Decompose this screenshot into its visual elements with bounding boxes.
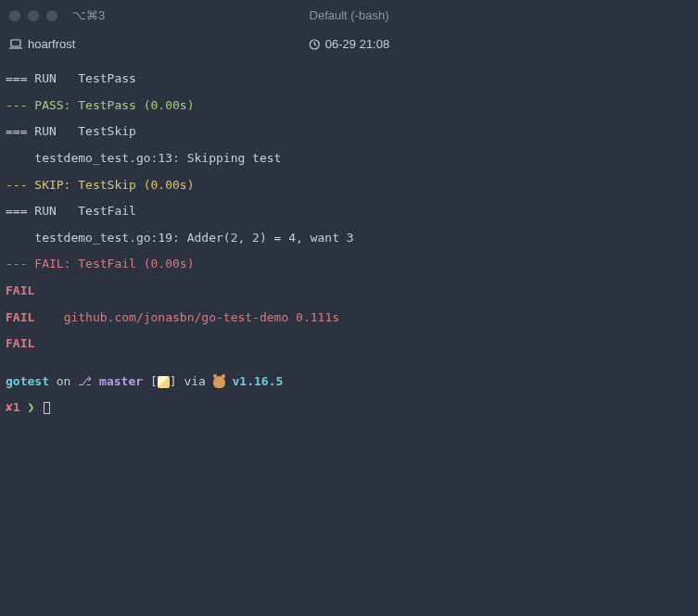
clock-section: 06-29 21:08 bbox=[309, 38, 389, 51]
prompt-dir: gotest bbox=[6, 374, 49, 388]
fail-package-line: FAIL github.com/jonasbn/go-test-demo 0.1… bbox=[6, 311, 692, 324]
fail-label: FAIL bbox=[6, 310, 64, 324]
terminal-output[interactable]: === RUN TestPass --- PASS: TestPass (0.0… bbox=[0, 57, 698, 434]
test-run-line: === RUN TestSkip bbox=[6, 125, 692, 138]
bracket-close: ] bbox=[170, 374, 177, 388]
fail-summary-line: FAIL bbox=[6, 337, 692, 350]
svg-line-4 bbox=[314, 44, 316, 45]
prompt-line-2: ✘1 ❯ bbox=[6, 401, 692, 414]
statusbar: hoarfrost 06-29 21:08 bbox=[0, 31, 698, 57]
titlebar: ⌥⌘3 Default (-bash) bbox=[0, 0, 698, 31]
test-run-line: === RUN TestFail bbox=[6, 205, 692, 218]
go-version: v1.16.5 bbox=[225, 374, 284, 388]
cursor[interactable] bbox=[44, 402, 50, 414]
test-log-line: testdemo_test.go:19: Adder(2, 2) = 4, wa… bbox=[6, 232, 692, 245]
minimize-traffic-light[interactable] bbox=[28, 10, 39, 21]
git-branch-icon: ⎇ bbox=[78, 374, 92, 388]
traffic-lights bbox=[9, 10, 57, 21]
test-skip-line: --- SKIP: TestSkip (0.00s) bbox=[6, 179, 692, 192]
tab-shortcut-label: ⌥⌘3 bbox=[72, 9, 105, 22]
svg-rect-0 bbox=[11, 40, 20, 46]
host-section: hoarfrost bbox=[9, 38, 75, 51]
prompt-via: via bbox=[177, 374, 213, 388]
prompt-arrow: ❯ bbox=[20, 400, 35, 414]
memo-emoji-icon bbox=[158, 376, 170, 388]
window-title: Default (-bash) bbox=[310, 9, 389, 22]
prompt-on: on bbox=[49, 374, 78, 388]
test-run-line: === RUN TestPass bbox=[6, 72, 692, 85]
exit-status: ✘1 bbox=[6, 400, 20, 414]
test-fail-line: --- FAIL: TestFail (0.00s) bbox=[6, 258, 692, 270]
prompt-branch: master bbox=[99, 374, 143, 388]
laptop-icon bbox=[9, 39, 22, 50]
prompt-line-1: gotest on ⎇ master [] via v1.16.5 bbox=[6, 375, 692, 388]
test-log-line: testdemo_test.go:13: Skipping test bbox=[6, 152, 692, 165]
fail-summary-line: FAIL bbox=[6, 284, 692, 297]
clock-icon bbox=[309, 39, 320, 50]
test-pass-line: --- PASS: TestPass (0.00s) bbox=[6, 99, 692, 112]
bracket-open: [ bbox=[143, 374, 158, 388]
datetime: 06-29 21:08 bbox=[325, 38, 389, 51]
fail-package: github.com/jonasbn/go-test-demo 0.111s bbox=[64, 310, 339, 324]
zoom-traffic-light[interactable] bbox=[46, 10, 57, 21]
hostname: hoarfrost bbox=[28, 38, 75, 51]
close-traffic-light[interactable] bbox=[9, 10, 20, 21]
hamster-emoji-icon bbox=[213, 376, 225, 388]
